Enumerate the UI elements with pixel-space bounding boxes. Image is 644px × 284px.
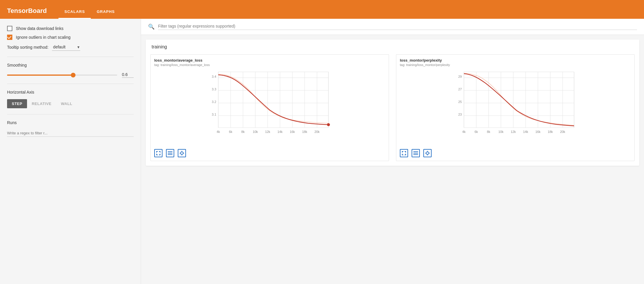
show-download-row: Show data download links [7, 26, 134, 31]
crosshair-btn-1[interactable] [178, 149, 186, 157]
svg-text:3.1: 3.1 [212, 113, 216, 116]
axis-btn-relative[interactable]: RELATIVE [27, 99, 56, 108]
smoothing-slider-row: 0.6 [7, 72, 134, 78]
svg-text:29: 29 [458, 75, 462, 78]
svg-text:12k: 12k [511, 130, 516, 133]
svg-rect-29 [168, 151, 172, 152]
smoothing-fill [7, 75, 73, 76]
svg-text:8k: 8k [241, 130, 245, 133]
svg-text:6k: 6k [474, 130, 478, 133]
svg-text:3.2: 3.2 [212, 100, 216, 104]
axis-buttons: STEP RELATIVE WALL [7, 99, 134, 108]
svg-text:4k: 4k [462, 130, 466, 133]
axis-btn-step[interactable]: STEP [7, 99, 27, 108]
tooltip-select-wrapper: default ascending descending nearest ▼ [52, 43, 80, 51]
axis-btn-wall[interactable]: WALL [56, 99, 77, 108]
svg-rect-66 [413, 153, 418, 153]
ignore-outliers-label: Ignore outliers in chart scaling [16, 35, 71, 40]
menu-btn-2[interactable] [412, 149, 420, 157]
chart-actions-1 [154, 149, 385, 157]
divider-3 [7, 114, 134, 114]
nav-tab-scalars[interactable]: SCALARS [58, 5, 91, 19]
chart-group-training: training loss_montor/average_loss tag: t… [146, 40, 639, 166]
expand-btn-1[interactable] [154, 149, 162, 157]
main-content: 🔍 training loss_montor/average_loss tag:… [141, 19, 644, 284]
svg-text:3.3: 3.3 [212, 87, 216, 91]
svg-text:16k: 16k [290, 130, 295, 133]
search-icon: 🔍 [148, 23, 155, 30]
app-title: TensorBoard [7, 7, 47, 19]
tooltip-sorting-row: Tooltip sorting method: default ascendin… [7, 43, 134, 51]
ignore-outliers-row: Ignore outliers in chart scaling [7, 35, 134, 40]
svg-text:12k: 12k [265, 130, 270, 133]
tooltip-sorting-select[interactable]: default ascending descending nearest [52, 43, 80, 51]
header: TensorBoard SCALARS GRAPHS [0, 0, 644, 19]
horizontal-axis-title: Horizontal Axis [7, 90, 134, 94]
sidebar: Show data download links Ignore outliers… [0, 19, 141, 284]
svg-text:6k: 6k [229, 130, 232, 133]
menu-btn-1[interactable] [166, 149, 174, 157]
svg-text:20k: 20k [560, 130, 565, 133]
chart-title-2: loss_montor/perplexity [400, 58, 631, 62]
svg-point-19 [327, 123, 330, 126]
svg-text:18k: 18k [302, 130, 307, 133]
divider-2 [7, 84, 134, 84]
svg-text:27: 27 [458, 87, 462, 91]
charts-row: loss_montor/average_loss tag: training/l… [150, 54, 635, 161]
svg-rect-30 [168, 153, 172, 153]
svg-text:23: 23 [458, 113, 462, 116]
svg-rect-31 [168, 154, 172, 155]
svg-text:14k: 14k [277, 130, 283, 133]
svg-text:3.4: 3.4 [212, 75, 216, 78]
svg-text:18k: 18k [548, 130, 553, 133]
smoothing-track[interactable] [7, 75, 117, 76]
svg-text:4k: 4k [217, 130, 220, 133]
svg-text:20k: 20k [314, 130, 320, 133]
chart-subtitle-2: tag: training/loss_montor/perplexity [400, 63, 631, 67]
chart-actions-2 [400, 149, 631, 157]
show-download-label: Show data download links [16, 26, 63, 31]
show-download-checkbox[interactable] [7, 26, 12, 31]
svg-text:14k: 14k [523, 130, 528, 133]
ignore-outliers-checkbox[interactable] [7, 35, 12, 40]
svg-rect-4 [218, 72, 328, 128]
smoothing-title: Smoothing [7, 63, 134, 67]
nav-tab-graphs[interactable]: GRAPHS [91, 5, 121, 19]
svg-rect-67 [413, 154, 418, 155]
svg-rect-41 [464, 72, 574, 128]
svg-text:16k: 16k [535, 130, 541, 133]
chart-card-perplexity: loss_montor/perplexity tag: training/los… [396, 54, 635, 161]
chart-card-average-loss: loss_montor/average_loss tag: training/l… [150, 54, 389, 161]
group-title: training [150, 44, 635, 50]
svg-text:10k: 10k [253, 130, 258, 133]
main-layout: Show data download links Ignore outliers… [0, 19, 644, 284]
svg-rect-65 [413, 151, 418, 152]
filter-bar: 🔍 [141, 19, 644, 35]
divider-1 [7, 57, 134, 57]
chart-title-1: loss_montor/average_loss [154, 58, 385, 62]
svg-text:25: 25 [458, 100, 462, 104]
chart-subtitle-1: tag: training/loss_montor/average_loss [154, 63, 385, 67]
crosshair-btn-2[interactable] [423, 149, 432, 157]
expand-btn-2[interactable] [400, 149, 408, 157]
svg-text:10k: 10k [498, 130, 504, 133]
runs-filter-input[interactable] [7, 130, 134, 137]
tooltip-sorting-label: Tooltip sorting method: [7, 45, 48, 50]
svg-text:8k: 8k [487, 130, 490, 133]
runs-title: Runs [7, 120, 134, 125]
smoothing-value: 0.6 [122, 72, 134, 78]
charts-area: training loss_montor/average_loss tag: t… [141, 40, 644, 178]
chart-svg-2: 29 27 25 23 [400, 69, 631, 146]
chart-svg-1: 3.4 3.3 3.2 3.1 [154, 69, 385, 146]
smoothing-thumb[interactable] [71, 73, 76, 77]
tag-filter-input[interactable] [158, 24, 637, 30]
